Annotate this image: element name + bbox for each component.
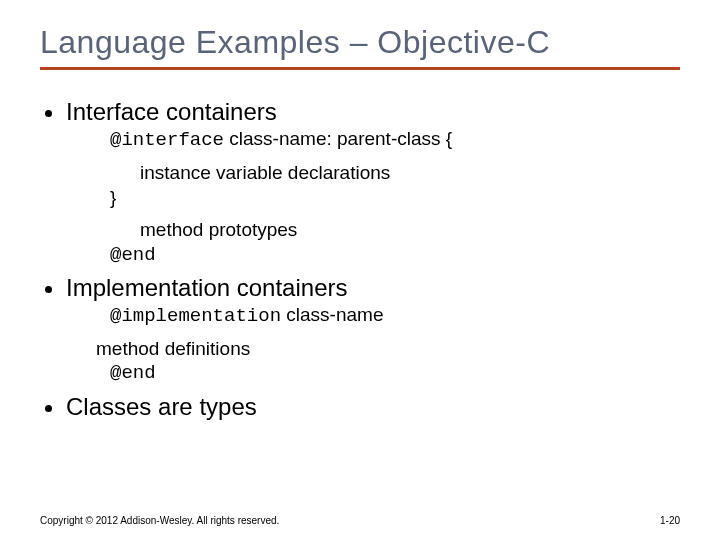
- bullet-implementation: Implementation containers @implementatio…: [66, 274, 680, 387]
- bullet-list: Interface containers @interface class-na…: [40, 98, 680, 421]
- title-underline: [40, 67, 680, 70]
- kw-interface: @interface: [110, 129, 224, 151]
- footer: Copyright © 2012 Addison-Wesley. All rig…: [40, 515, 680, 526]
- bullet-text: Classes are types: [66, 393, 257, 420]
- bullet-interface: Interface containers @interface class-na…: [66, 98, 680, 268]
- interface-methods-line: method prototypes: [140, 217, 680, 243]
- interface-ivar-line: instance variable declarations: [140, 160, 680, 186]
- interface-close-brace: }: [110, 185, 680, 211]
- bullet-classes-types: Classes are types: [66, 393, 680, 421]
- kw-end-interface: @end: [110, 243, 680, 269]
- impl-header-rest: class-name: [281, 304, 383, 325]
- interface-header-line: @interface class-name: parent-class {: [110, 126, 680, 154]
- kw-end-impl: @end: [110, 361, 680, 387]
- bullet-text: Implementation containers: [66, 274, 347, 301]
- impl-header-line: @implementation class-name: [110, 302, 680, 330]
- page-title: Language Examples – Objective-C: [40, 24, 680, 61]
- impl-methods-line: method definitions: [96, 336, 680, 362]
- interface-header-rest: class-name: parent-class {: [224, 128, 452, 149]
- kw-implementation: @implementation: [110, 305, 281, 327]
- bullet-text: Interface containers: [66, 98, 277, 125]
- copyright-text: Copyright © 2012 Addison-Wesley. All rig…: [40, 515, 279, 526]
- page-number: 1-20: [660, 515, 680, 526]
- slide: Language Examples – Objective-C Interfac…: [0, 0, 720, 540]
